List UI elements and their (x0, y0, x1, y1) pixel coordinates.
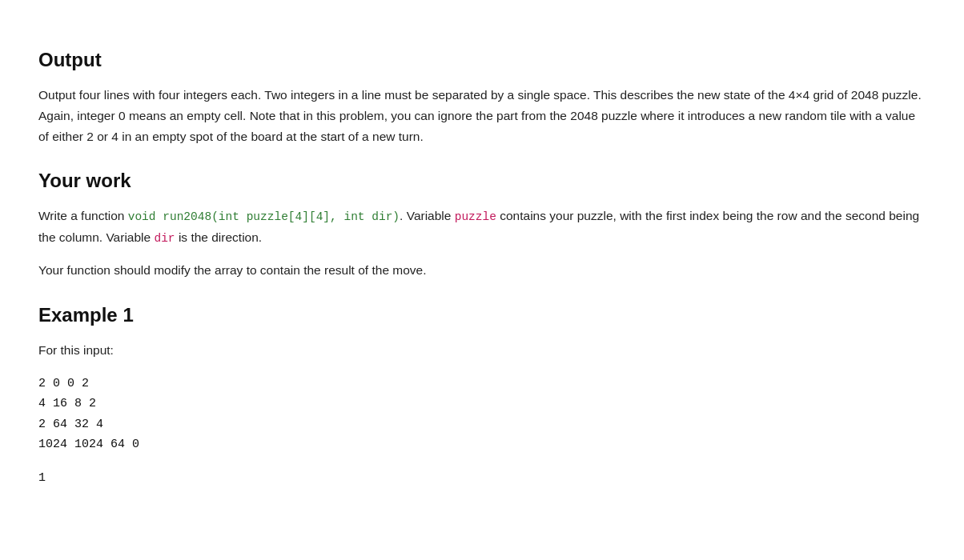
example1-footer: 1 (38, 468, 926, 489)
variable-dir: dir (154, 232, 175, 245)
output-body: Output four lines with four integers eac… (38, 85, 926, 146)
your-work-text-end: is the direction. (175, 230, 263, 244)
your-work-para1: Write a function void run2048(int puzzle… (38, 206, 926, 249)
input-line-2: 4 16 8 2 (38, 394, 926, 414)
your-work-text-before: Write a function (38, 209, 128, 222)
footer-value: 1 (38, 468, 926, 489)
example1-input-block: 2 0 0 2 4 16 8 2 2 64 32 4 1024 1024 64 … (38, 374, 926, 455)
input-line-4: 1024 1024 64 0 (38, 434, 926, 455)
your-work-heading: Your work (38, 166, 926, 196)
input-line-1: 2 0 0 2 (38, 374, 926, 394)
your-work-para2: Your function should modify the array to… (38, 260, 926, 281)
example1-intro: For this input: (38, 340, 926, 361)
input-line-3: 2 64 32 4 (38, 414, 926, 435)
function-signature-code: void run2048(int puzzle[4][4], int dir) (128, 210, 400, 223)
your-work-text-mid: . Variable (400, 209, 455, 222)
example1-heading: Example 1 (38, 300, 926, 330)
variable-puzzle: puzzle (455, 210, 496, 223)
output-heading: Output (38, 45, 926, 75)
